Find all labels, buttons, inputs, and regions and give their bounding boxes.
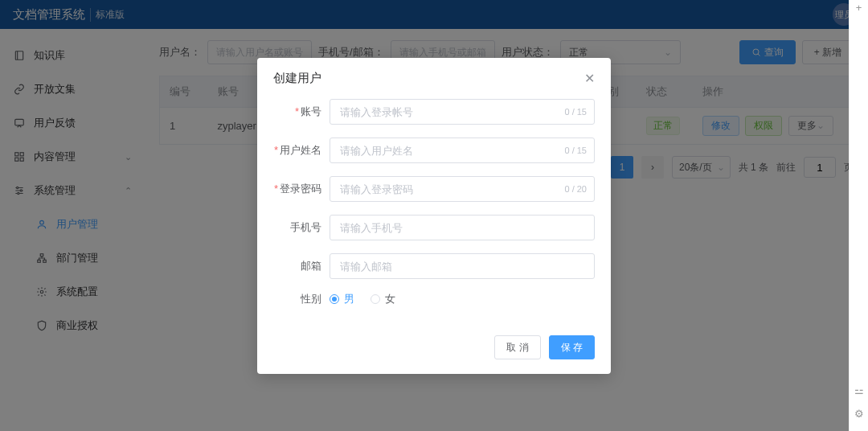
password-input[interactable] [330, 176, 595, 202]
modal-footer: 取 消 保 存 [257, 327, 611, 374]
field-label-gender: 性别 [273, 292, 330, 306]
create-user-modal: 创建用户 ✕ *账号 0 / 15 *用户姓名 0 / 15 *登录密码 [257, 58, 611, 374]
field-label-password: *登录密码 [273, 182, 330, 196]
field-label-email: 邮箱 [273, 259, 330, 273]
gender-female-radio[interactable]: 女 [371, 292, 395, 306]
gender-male-radio[interactable]: 男 [330, 292, 354, 306]
cancel-button[interactable]: 取 消 [494, 335, 540, 359]
account-counter: 0 / 15 [564, 107, 587, 117]
tool-icon-1[interactable]: ⚍ [854, 384, 864, 396]
modal-body: *账号 0 / 15 *用户姓名 0 / 15 *登录密码 0 / 20 [257, 94, 611, 327]
field-label-name: *用户姓名 [273, 143, 330, 158]
tool-icon-2[interactable]: ⚙ [854, 408, 864, 420]
radio-dot-icon [330, 294, 339, 304]
email-input[interactable] [330, 253, 595, 279]
phone-input[interactable] [330, 215, 595, 240]
modal-header: 创建用户 ✕ [257, 58, 611, 94]
plus-icon[interactable]: + [856, 2, 862, 14]
close-icon[interactable]: ✕ [584, 71, 595, 86]
right-toolbar: + ⚍ ⚙ [849, 0, 868, 431]
password-counter: 0 / 20 [564, 184, 587, 194]
field-label-phone: 手机号 [273, 220, 330, 235]
field-label-account: *账号 [273, 105, 330, 119]
modal-title: 创建用户 [273, 71, 321, 86]
account-input[interactable] [330, 99, 595, 125]
radio-dot-icon [371, 294, 380, 304]
save-button[interactable]: 保 存 [549, 335, 595, 359]
name-input[interactable] [330, 138, 595, 163]
modal-overlay[interactable]: 创建用户 ✕ *账号 0 / 15 *用户姓名 0 / 15 *登录密码 [0, 0, 868, 431]
name-counter: 0 / 15 [564, 146, 587, 155]
